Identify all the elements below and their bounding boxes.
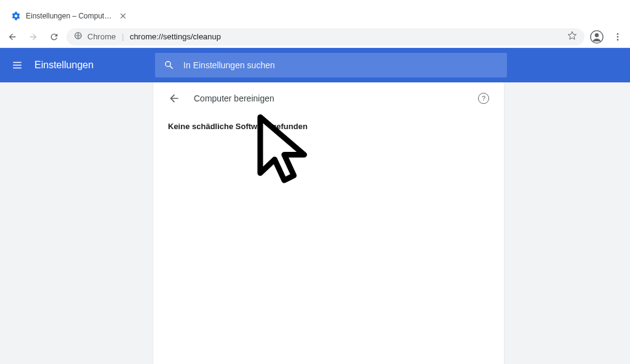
new-tab-button[interactable]: [145, 7, 162, 24]
settings-title: Einstellungen: [34, 60, 94, 71]
address-bar[interactable]: Chrome | chrome://settings/cleanup: [66, 28, 584, 46]
browser-tab[interactable]: Einstellungen – Computer berein: [5, 6, 134, 26]
svg-point-4: [595, 33, 599, 37]
svg-point-6: [617, 36, 619, 38]
help-icon[interactable]: ?: [478, 93, 489, 104]
card-header: Computer bereinigen ?: [153, 82, 504, 114]
content-area: Computer bereinigen ? Keine schädliche S…: [0, 82, 630, 364]
close-tab-icon[interactable]: [118, 11, 128, 21]
reload-button[interactable]: [46, 28, 63, 46]
svg-point-5: [617, 33, 619, 35]
settings-gear-icon: [11, 11, 21, 21]
browser-menu-icon[interactable]: [609, 28, 626, 46]
tab-divider: [138, 9, 138, 22]
bookmark-star-icon[interactable]: [567, 31, 577, 42]
tab-title: Einstellungen – Computer berein: [26, 12, 113, 20]
url-display: Chrome | chrome://settings/cleanup: [87, 32, 221, 41]
search-icon: [164, 60, 175, 71]
tab-strip: Einstellungen – Computer berein: [0, 5, 630, 26]
browser-toolbar: Chrome | chrome://settings/cleanup: [0, 26, 630, 48]
back-arrow-icon[interactable]: [168, 92, 180, 105]
page-title: Computer bereinigen: [194, 93, 465, 103]
profile-avatar[interactable]: [588, 28, 605, 46]
scan-result-text: Keine schädliche Software gefunden: [168, 122, 489, 131]
settings-search-input[interactable]: In Einstellungen suchen: [155, 53, 507, 77]
svg-point-7: [617, 39, 619, 41]
settings-header: Einstellungen In Einstellungen suchen: [0, 48, 630, 82]
settings-card: Computer bereinigen ? Keine schädliche S…: [153, 82, 504, 364]
back-button[interactable]: [4, 28, 21, 46]
site-info-icon[interactable]: [74, 31, 82, 42]
forward-button[interactable]: [25, 28, 42, 46]
hamburger-menu-icon[interactable]: [10, 58, 25, 73]
search-placeholder: In Einstellungen suchen: [183, 60, 275, 70]
